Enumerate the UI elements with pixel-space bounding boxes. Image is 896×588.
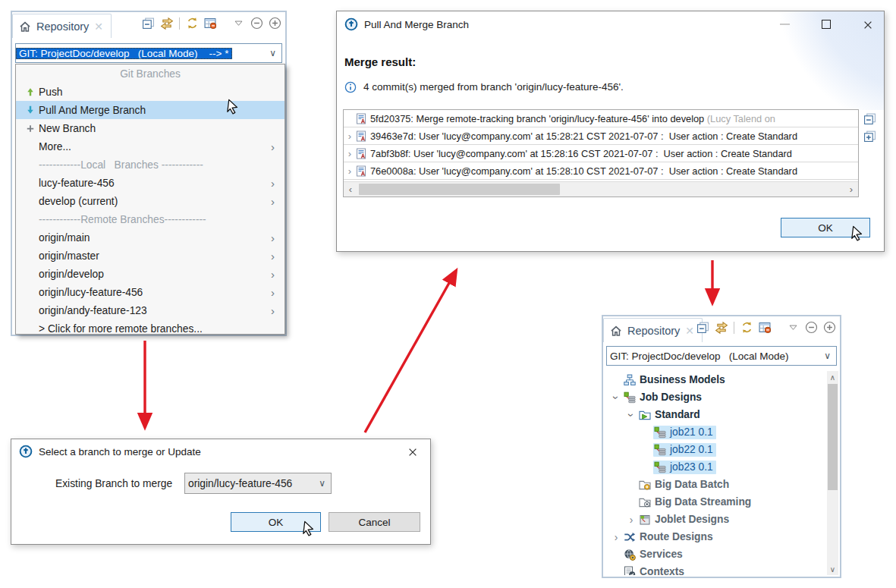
tab-close-icon[interactable]: ✕	[685, 325, 694, 336]
tree-item-label: job22 0.1	[670, 444, 713, 455]
project-branch-combo[interactable]: GIT: ProjectDoc/develop (Local Mode) -->…	[15, 43, 282, 63]
menu-item-pull-and-merge-branch[interactable]: Pull And Merge Branch	[16, 101, 285, 119]
dialog-title: Pull And Merge Branch	[364, 19, 469, 30]
tree-item-label: Job Designs	[640, 391, 702, 403]
folder-standard-icon	[639, 409, 651, 421]
tab-repository[interactable]: Repository ✕	[12, 14, 112, 38]
scroll-right-icon[interactable]: ›	[844, 184, 858, 194]
menu-item-more[interactable]: More...›	[16, 137, 285, 156]
minimize-view-icon	[805, 321, 818, 334]
job-icon	[654, 444, 666, 456]
tree-item-contexts[interactable]: Contexts	[605, 563, 826, 575]
menu-item-label: origin/main	[36, 232, 90, 244]
tree-item-big-data-batch[interactable]: Big Data Batch	[605, 476, 826, 493]
tree-item-route-designs[interactable]: ›Route Designs	[605, 528, 826, 546]
folder-gear-icon	[639, 479, 651, 491]
tree-item-job22-0-1[interactable]: job22 0.1	[605, 441, 826, 458]
expand-chevron-icon[interactable]: ›	[624, 514, 638, 525]
menu-item-label: develop (current)	[36, 196, 118, 207]
view-menu-button[interactable]	[786, 320, 800, 335]
menu-item-click-for-more-remote-branches[interactable]: > Click for more remote branches...	[16, 319, 285, 338]
menu-item-origin-andy-feature-123[interactable]: origin/andy-feature-123›	[16, 301, 285, 319]
pull-down-arrow-icon	[16, 104, 36, 116]
minimize-view-button[interactable]	[250, 16, 264, 30]
menu-item-push[interactable]: Push	[16, 83, 285, 101]
switch-branches-button[interactable]	[714, 320, 728, 335]
collapse-all-icon	[142, 17, 155, 30]
menu-item-develop-current[interactable]: develop (current)›	[16, 192, 285, 210]
scroll-left-icon[interactable]: ‹	[344, 184, 357, 194]
expand-chevron-icon[interactable]: ›	[344, 149, 356, 159]
collapse-all-button[interactable]	[863, 112, 876, 125]
menu-separator-remote-branches: ------------Remote Branches------------	[16, 210, 285, 228]
tree-item-label: Services	[640, 549, 683, 560]
cancel-button[interactable]: Cancel	[329, 512, 420, 532]
scroll-down-icon[interactable]: ∨	[827, 563, 838, 575]
project-branch-combo[interactable]: GIT: ProjectDoc/develop (Local Mode) ∨	[606, 346, 837, 366]
tree-item-business-models[interactable]: Business Models	[605, 371, 826, 388]
menu-header: Git Branches	[16, 65, 285, 83]
vertical-scrollbar[interactable]: ∧ ∨	[827, 371, 838, 575]
collapse-chevron-icon[interactable]: ›	[626, 408, 637, 422]
menu-item-lucy-feature-456[interactable]: lucy-feature-456›	[16, 174, 285, 192]
menu-item-new-branch[interactable]: New Branch	[16, 119, 285, 137]
tree-item-label: Standard	[655, 409, 700, 420]
menu-item-label: origin/lucy-feature-456	[36, 287, 143, 298]
commit-row[interactable]: ›39463e7d: User 'lucy@company.com' at 15…	[344, 127, 858, 145]
scrollbar-thumb[interactable]	[359, 184, 560, 195]
maximize-button[interactable]	[822, 20, 831, 29]
combo-selected-text: GIT: ProjectDoc/develop (Local Mode) -->…	[16, 48, 232, 59]
menu-item-origin-develop[interactable]: origin/develop›	[16, 265, 285, 283]
info-icon	[344, 80, 357, 93]
commit-row[interactable]: ›7abf3b8f: User 'lucy@company.com' at 15…	[344, 145, 858, 162]
commit-row[interactable]: 5fd20375: Merge remote-tracking branch '…	[344, 110, 858, 127]
branch-select-combo[interactable]: origin/lucy-feature-456 ∨	[184, 473, 332, 494]
tree-item-big-data-streaming[interactable]: Big Data Streaming	[605, 493, 826, 511]
maximize-view-button[interactable]	[268, 16, 282, 30]
refresh-button[interactable]	[185, 16, 200, 30]
menu-item-origin-main[interactable]: origin/main›	[16, 228, 285, 247]
tree-item-job23-0-1[interactable]: job23 0.1	[605, 458, 826, 476]
refresh-button[interactable]	[740, 320, 754, 335]
minimize-view-button[interactable]	[804, 320, 819, 335]
expand-chevron-icon[interactable]: ›	[609, 532, 623, 542]
collapse-all-button[interactable]	[141, 16, 156, 30]
menu-item-origin-master[interactable]: origin/master›	[16, 247, 285, 265]
expand-all-button[interactable]	[863, 130, 876, 143]
tree-item-content: Big Data Batch	[638, 478, 732, 492]
scrollbar-thumb[interactable]	[828, 384, 838, 490]
info-icon	[344, 81, 357, 93]
commit-doc-icon	[356, 148, 366, 159]
tab-repository[interactable]: Repository ✕	[603, 318, 703, 342]
close-button[interactable]	[863, 17, 873, 31]
menu-item-origin-lucy-feature-456[interactable]: origin/lucy-feature-456›	[16, 283, 285, 301]
table-filter-button[interactable]	[203, 16, 218, 30]
tab-close-icon[interactable]: ✕	[94, 21, 103, 32]
tree-item-job-designs[interactable]: ›Job Designs	[605, 388, 826, 406]
dialog-titlebar: Select a branch to merge or Update	[11, 439, 430, 464]
expand-chevron-icon[interactable]: ›	[344, 131, 356, 141]
collapse-chevron-icon[interactable]: ›	[611, 391, 621, 404]
expand-chevron-icon[interactable]: ›	[344, 166, 356, 176]
tree-item-standard[interactable]: ›Standard	[605, 406, 826, 423]
commit-text: 5fd20375: Merge remote-tracking branch '…	[370, 113, 707, 124]
maximize-view-button[interactable]	[822, 320, 837, 335]
tree-item-services[interactable]: Services	[605, 546, 826, 563]
close-button[interactable]	[407, 445, 418, 458]
commit-row[interactable]: ›76e0008a: User 'lucy@company.com' at 15…	[344, 162, 858, 180]
tree-item-content: Services	[623, 548, 686, 561]
ok-button[interactable]: OK	[231, 512, 321, 532]
collapse-all-button[interactable]	[696, 320, 710, 335]
table-filter-button[interactable]	[758, 320, 772, 335]
minimize-button[interactable]	[780, 24, 790, 25]
job-icon	[654, 444, 666, 456]
menu-items: PushPull And Merge BranchNew BranchMore.…	[16, 83, 285, 338]
combo-value: origin/lucy-feature-456	[185, 478, 313, 489]
scroll-up-icon[interactable]: ∧	[827, 371, 838, 383]
view-menu-button[interactable]	[231, 16, 246, 30]
tree-item-job21-0-1[interactable]: job21 0.1	[605, 423, 826, 441]
switch-branches-button[interactable]	[159, 16, 174, 30]
tree-item-joblet-designs[interactable]: ›Joblet Designs	[605, 511, 826, 528]
horizontal-scrollbar[interactable]: ‹ ›	[344, 181, 858, 197]
ok-button[interactable]: OK	[781, 218, 870, 237]
